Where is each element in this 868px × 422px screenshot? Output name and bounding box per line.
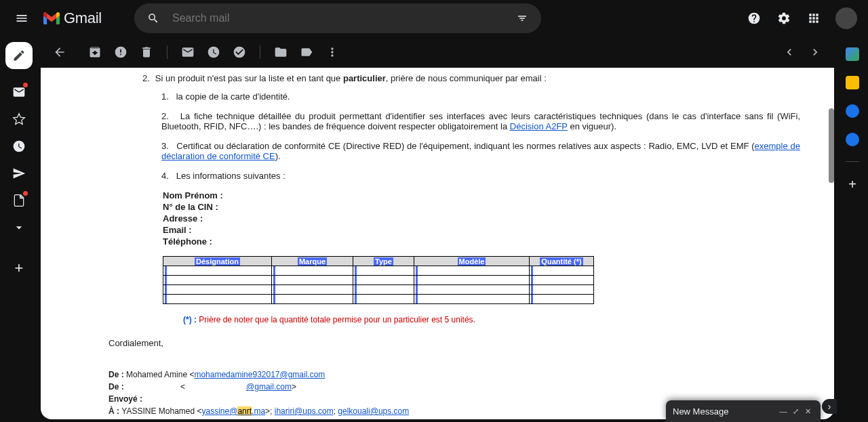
link-email[interactable]: ihariri@ups.com xyxy=(275,406,334,416)
side-panel-toggle[interactable]: › xyxy=(822,399,837,414)
table-row xyxy=(163,276,594,285)
field-telephone: Téléphone : xyxy=(163,236,800,247)
search-options-icon[interactable] xyxy=(509,5,536,32)
apps-icon[interactable] xyxy=(800,5,827,32)
link-decision[interactable]: Décision A2FP xyxy=(510,121,568,131)
compose-minimized[interactable]: New Message — ⤢ ✕ xyxy=(666,400,821,422)
minimize-icon[interactable]: — xyxy=(777,407,789,415)
field-cin: N° de la CIN : xyxy=(163,202,800,212)
more-actions-icon[interactable] xyxy=(320,40,344,64)
request-table: Désignation Marque Type Modèle Quantité … xyxy=(163,256,594,304)
calendar-icon[interactable] xyxy=(846,47,859,61)
table-row xyxy=(163,266,594,276)
tasks-icon[interactable] xyxy=(846,104,859,118)
compose-button[interactable] xyxy=(5,42,33,69)
header: Gmail xyxy=(0,0,868,37)
support-icon[interactable] xyxy=(741,5,768,32)
prev-icon[interactable] xyxy=(777,40,802,64)
contacts-icon[interactable] xyxy=(846,133,859,146)
signature: Cordialement, xyxy=(108,338,800,348)
list-item: la copie de la carte d'identité. xyxy=(176,91,290,102)
drafts-icon[interactable] xyxy=(5,187,33,214)
field-name: Nom Prénom : xyxy=(163,190,800,201)
link-email[interactable]: @gmail.com xyxy=(246,382,292,392)
note-text: Prière de noter que la quantité totale p… xyxy=(199,315,475,324)
spam-icon[interactable] xyxy=(108,40,133,64)
gmail-logo[interactable]: Gmail xyxy=(43,9,122,27)
product-name: Gmail xyxy=(64,9,102,27)
back-icon[interactable] xyxy=(47,40,72,64)
table-row xyxy=(163,285,594,295)
keep-icon[interactable] xyxy=(846,76,859,89)
archive-icon[interactable] xyxy=(83,40,107,64)
expand-icon[interactable]: ⤢ xyxy=(789,407,802,416)
close-icon[interactable]: ✕ xyxy=(802,407,814,416)
labels-icon[interactable] xyxy=(294,40,319,64)
delete-icon[interactable] xyxy=(134,40,159,64)
main-menu-button[interactable] xyxy=(5,2,38,35)
sent-icon[interactable] xyxy=(5,160,33,187)
left-navigation-rail: + xyxy=(0,37,38,422)
get-addons-icon[interactable]: + xyxy=(848,177,856,192)
field-email: Email : xyxy=(163,225,800,235)
new-label-button[interactable]: + xyxy=(5,255,33,282)
message-toolbar xyxy=(41,37,834,68)
search-box xyxy=(134,3,541,33)
note-marker: (*) : xyxy=(183,315,199,324)
search-icon[interactable] xyxy=(140,5,167,32)
scrollbar[interactable] xyxy=(829,108,834,183)
more-icon[interactable] xyxy=(5,214,33,241)
move-icon[interactable] xyxy=(269,40,293,64)
email-body: 2.Si un produit n'est pas sur la liste e… xyxy=(41,68,834,419)
settings-icon[interactable] xyxy=(770,5,797,32)
list-number: 2. xyxy=(142,73,150,83)
search-input[interactable] xyxy=(167,12,509,24)
inbox-icon[interactable] xyxy=(5,79,33,106)
snooze-icon[interactable] xyxy=(201,40,226,64)
field-address: Adresse : xyxy=(163,213,800,224)
mark-unread-icon[interactable] xyxy=(176,40,200,64)
table-row xyxy=(163,295,594,304)
snoozed-icon[interactable] xyxy=(5,133,33,160)
side-panel: + xyxy=(837,37,868,422)
link-email[interactable]: gelkouali@ups.com xyxy=(338,406,409,416)
compose-title: New Message xyxy=(673,406,777,417)
next-icon[interactable] xyxy=(803,40,827,64)
list-item: Les informations suivantes : xyxy=(176,171,285,181)
account-avatar[interactable] xyxy=(835,7,857,29)
link-email[interactable]: mohamedamine932017@gmail.com xyxy=(194,370,325,379)
starred-icon[interactable] xyxy=(5,106,33,133)
add-task-icon[interactable] xyxy=(227,40,252,64)
gmail-icon xyxy=(43,12,60,24)
link-email[interactable]: yassine@anrt.ma xyxy=(202,406,266,416)
